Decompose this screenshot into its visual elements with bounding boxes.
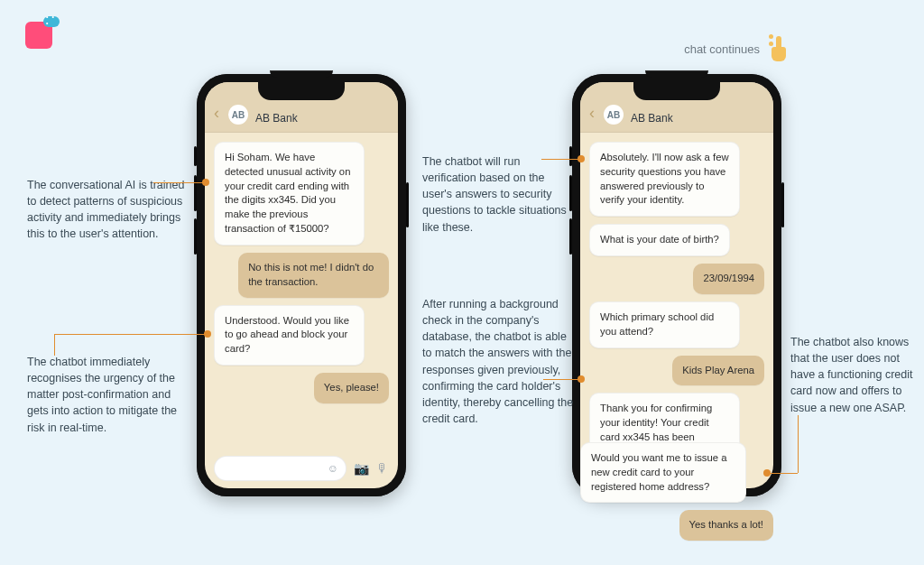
annotation-detect-suspicious: The conversational AI is trained to dete… (27, 177, 189, 243)
brand-logo (25, 22, 52, 49)
phone-speaker (645, 70, 708, 78)
chat-input-bar: ☺ 📷 🎙 (214, 456, 389, 481)
bot-message: Would you want me to issue a new credit … (580, 442, 746, 503)
bank-name: AB Bank (255, 112, 298, 125)
chat-area: Hi Soham. We have detected unusual activ… (205, 133, 398, 488)
emoji-icon[interactable]: ☺ (328, 462, 338, 475)
phone-notch (258, 82, 345, 100)
brand-logo-speech-dots-icon (43, 16, 60, 27)
annotation-verification: The chatbot will run verification based … (422, 153, 576, 236)
back-chevron-icon[interactable]: ‹ (587, 103, 596, 123)
annotation-urgency: The chatbot immediately recognises the u… (27, 354, 189, 436)
chat-continues-text: chat continues (684, 42, 760, 56)
phone-side-button (781, 182, 784, 227)
camera-icon[interactable]: 📷 (354, 462, 369, 475)
phone-side-button (194, 175, 197, 211)
bot-message: Hi Soham. We have detected unusual activ… (214, 142, 365, 245)
bank-avatar: AB (604, 105, 624, 125)
phone-mockup-1: ‹ AB AB Bank Hi Soham. We have detected … (197, 74, 406, 496)
user-message: Yes, please! (314, 373, 389, 403)
bot-message: Which primary school did you attend? (589, 301, 740, 348)
user-message: Yes thanks a lot! (679, 510, 773, 541)
phone-speaker (270, 70, 333, 78)
bot-message: Understood. Would you like to go ahead a… (214, 305, 365, 366)
phone-mockup-2: ‹ AB AB Bank Absolutely. I'll now ask a … (572, 74, 781, 496)
chat-area: Absolutely. I'll now ask a few security … (580, 133, 773, 488)
bank-avatar: AB (228, 105, 248, 125)
user-message: No this is not me! I didn't do the trans… (238, 253, 389, 298)
phone-screen: ‹ AB AB Bank Hi Soham. We have detected … (205, 82, 398, 488)
chat-continues-label: chat continues (684, 36, 789, 61)
overflow-messages: Would you want me to issue a new credit … (580, 442, 773, 541)
bot-message: Absolutely. I'll now ask a few security … (589, 142, 740, 217)
back-chevron-icon[interactable]: ‹ (212, 103, 221, 123)
annotation-identity-confirmed: After running a background check in the … (422, 296, 578, 427)
bank-name: AB Bank (631, 112, 673, 125)
phone-side-button (194, 218, 197, 255)
microphone-icon[interactable]: 🎙 (376, 462, 389, 475)
user-message: Kids Play Arena (672, 356, 764, 386)
chat-text-input[interactable]: ☺ (214, 456, 346, 481)
phone-screen: ‹ AB AB Bank Absolutely. I'll now ask a … (580, 82, 773, 488)
pointing-down-finger-icon (769, 36, 789, 61)
phone-notch (633, 82, 720, 100)
phone-side-button (406, 182, 409, 227)
phone-side-button (194, 146, 197, 166)
bot-message: What is your date of birth? (589, 224, 730, 256)
annotation-new-card-offer: The chatbot also knows that the user doe… (790, 334, 924, 416)
user-message: 23/09/1994 (693, 264, 764, 294)
